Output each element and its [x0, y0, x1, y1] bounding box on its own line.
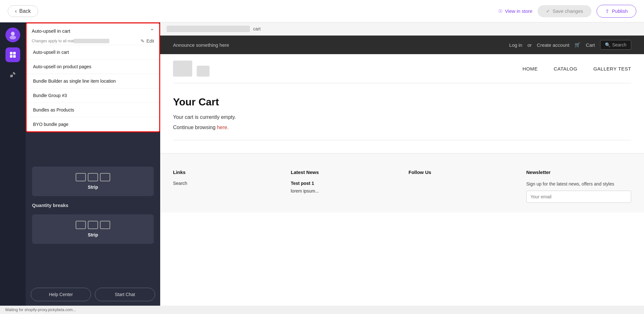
logo-box-2	[197, 66, 210, 77]
dropdown-item-4[interactable]: Bundles as Products	[27, 103, 159, 117]
publish-label: Publish	[612, 8, 628, 14]
logo-box-1	[173, 61, 192, 77]
nav-catalog[interactable]: CATALOG	[554, 66, 577, 71]
store-header: Announce something here Log in or Create…	[160, 36, 644, 54]
footer-grid: Links Search Latest News Test post 1 lor…	[173, 169, 631, 203]
svg-rect-2	[10, 52, 12, 54]
dropdown-item-2[interactable]: Bundle Builder as single line item locat…	[27, 74, 159, 88]
start-chat-button[interactable]: Start Chat	[95, 288, 155, 301]
strip-block-2: Strip	[32, 214, 154, 244]
sidebar-item-tools[interactable]	[5, 67, 20, 82]
footer-link-search[interactable]: Search	[173, 181, 278, 186]
dropdown-item-1[interactable]: Auto-upsell on product pages	[27, 60, 159, 74]
svg-point-0	[11, 32, 15, 36]
help-center-button[interactable]: Help Center	[31, 288, 91, 301]
cart-content: Your Cart Your cart is currently empty. …	[160, 83, 644, 140]
strip-icon-box-6	[100, 221, 110, 229]
footer-newsletter-col: Newsletter Sign up for the latest news, …	[526, 169, 632, 203]
dropdown-selected-text: Auto-upsell in cart	[32, 28, 70, 34]
top-bar: ‹ Back ☉ View in store ✓ Save changes ⇧ …	[0, 0, 644, 22]
nav-home[interactable]: HOME	[523, 66, 538, 71]
upload-icon: ⇧	[605, 8, 609, 14]
cart-empty-text: Your cart is currently empty.	[173, 114, 631, 120]
edit-icon: ✎	[141, 38, 144, 44]
footer-news-title: Latest News	[291, 169, 396, 175]
save-icon: ✓	[546, 8, 550, 14]
search-icon: 🔍	[605, 42, 610, 47]
login-link[interactable]: Log in	[509, 42, 522, 48]
panel: Auto-upsell in cart ⌃ Changes apply to a…	[26, 22, 160, 306]
strip-icon-box-4	[76, 221, 86, 229]
eye-icon: ☉	[498, 8, 502, 14]
cart-browse-text: Continue browsing here.	[173, 125, 631, 130]
dropdown-item-5[interactable]: BYO bundle page	[27, 117, 159, 131]
store-logo	[173, 61, 210, 77]
publish-button[interactable]: ⇧ Publish	[597, 5, 636, 18]
status-bar: Waiting for shopify-proxy.pickybeta.com.…	[0, 306, 644, 314]
footer-news-item-2: lorem ipsum...	[291, 188, 396, 194]
svg-rect-4	[10, 55, 12, 58]
strip-icons	[76, 173, 110, 181]
quantity-breaks-label: Quantity breaks	[32, 202, 154, 208]
location-dropdown-container: Auto-upsell in cart ⌃ Changes apply to a…	[26, 22, 160, 132]
strip-label-1: Strip	[88, 185, 98, 190]
chevron-left-icon: ‹	[15, 8, 17, 14]
preview-area: cart Announce something here Log in or C…	[160, 22, 644, 306]
strip-block-1: Strip	[32, 167, 154, 196]
footer-divider	[173, 140, 631, 140]
search-box[interactable]: 🔍 Search	[600, 40, 631, 50]
strip-icon-box-1	[76, 173, 86, 181]
cart-browse-link[interactable]: here.	[217, 125, 228, 130]
footer-news-col: Latest News Test post 1 lorem ipsum...	[291, 169, 396, 203]
cart-title: Your Cart	[173, 96, 631, 108]
strip-icon-box-3	[100, 173, 110, 181]
nav-gallery-test[interactable]: GALLERY TEST	[593, 66, 631, 71]
cart-browse-prefix: Continue browsing	[173, 125, 217, 130]
search-placeholder-text: Search	[612, 42, 626, 47]
url-bar: cart	[160, 22, 644, 36]
sidebar-item-layout[interactable]	[5, 47, 20, 62]
create-account-link[interactable]: Create account	[537, 42, 570, 48]
footer-links-col: Links Search	[173, 169, 278, 203]
status-text: Waiting for shopify-proxy.pickybeta.com.…	[5, 308, 76, 312]
or-text: or	[527, 42, 532, 48]
edit-label: Edit	[146, 38, 154, 44]
strip-icon-box-5	[88, 221, 98, 229]
footer-newsletter-title: Newsletter	[526, 169, 632, 175]
footer-news-item-1: Test post 1	[291, 181, 396, 186]
url-placeholder	[167, 26, 250, 32]
back-label: Back	[19, 8, 31, 14]
save-changes-button[interactable]: ✓ Save changes	[538, 5, 591, 17]
left-sidebar	[0, 22, 26, 306]
view-in-store-label: View in store	[505, 8, 533, 14]
dropdown-item-0[interactable]: Auto-upsell in cart	[27, 45, 159, 60]
main-layout: Auto-upsell in cart ⌃ Changes apply to a…	[0, 22, 644, 306]
save-changes-label: Save changes	[553, 8, 583, 14]
dropdown-header[interactable]: Auto-upsell in cart ⌃	[27, 23, 159, 38]
footer-links-title: Links	[173, 169, 278, 175]
strip-label-2: Strip	[88, 232, 98, 237]
store-logo-area: HOME CATALOG GALLERY TEST	[160, 54, 644, 83]
dropdown-subtitle: Changes apply to all matching location p…	[32, 39, 138, 43]
svg-rect-5	[13, 55, 16, 58]
store-footer: Links Search Latest News Test post 1 lor…	[160, 153, 644, 212]
back-button[interactable]: ‹ Back	[8, 5, 38, 17]
svg-rect-3	[13, 52, 16, 54]
cart-icon: 🛒	[574, 42, 581, 48]
header-links: Log in or Create account 🛒 Cart 🔍 Search	[509, 40, 631, 50]
svg-point-1	[10, 36, 16, 39]
footer-follow-col: Follow Us	[409, 169, 514, 203]
url-path: cart	[253, 26, 260, 31]
cart-link[interactable]: Cart	[586, 42, 595, 48]
panel-content: Strip Quantity breaks Strip	[26, 160, 160, 250]
view-in-store-button[interactable]: ☉ View in store	[498, 8, 533, 14]
strip-icon-box-2	[88, 173, 98, 181]
dropdown-item-3[interactable]: Bundle Group #3	[27, 88, 159, 103]
avatar	[5, 28, 20, 42]
strip-icons-2	[76, 221, 110, 229]
edit-button[interactable]: ✎ Edit	[141, 38, 154, 44]
announce-text: Announce something here	[173, 42, 509, 48]
store-nav: HOME CATALOG GALLERY TEST	[210, 66, 631, 71]
email-input[interactable]	[526, 191, 632, 203]
footer-follow-title: Follow Us	[409, 169, 514, 175]
